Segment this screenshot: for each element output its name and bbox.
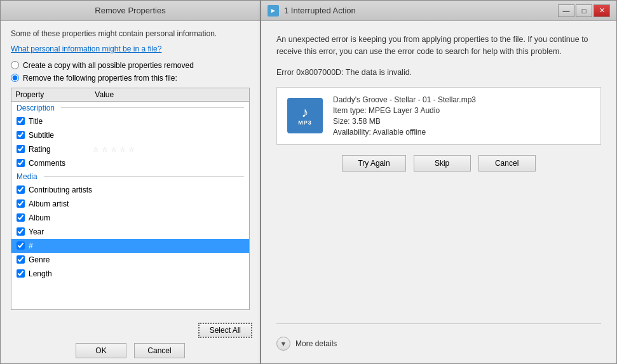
property-item-subtitle[interactable]: Subtitle — [11, 128, 249, 142]
remove-properties-body: Some of these properties might contain p… — [1, 21, 260, 318]
section-media: Media — [11, 170, 249, 183]
column-property: Property — [15, 90, 44, 99]
checkbox-subtitle[interactable] — [17, 131, 25, 139]
close-button[interactable]: ✕ — [593, 4, 610, 17]
label-album-artist: Album artist — [29, 199, 69, 208]
radio-remove-option[interactable]: Remove the following properties from thi… — [11, 74, 250, 83]
checkbox-album-artist[interactable] — [17, 199, 25, 208]
star-2: ☆ — [102, 145, 109, 153]
label-comments: Comments — [29, 159, 65, 168]
checkbox-number[interactable] — [17, 241, 25, 250]
more-details-label: More details — [295, 339, 337, 348]
property-item-album[interactable]: Album — [11, 211, 249, 225]
interrupted-title-bar: ► 1 Interrupted Action — □ ✕ — [261, 1, 616, 21]
title-left: ► 1 Interrupted Action — [268, 5, 356, 17]
remove-properties-title-bar: Remove Properties — [1, 1, 260, 21]
rating-stars: ☆ ☆ ☆ ☆ ☆ — [93, 145, 136, 153]
label-album: Album — [29, 213, 50, 222]
interrupted-action-buttons: Try Again Skip Cancel — [276, 155, 601, 172]
info-text: Some of these properties might contain p… — [11, 29, 250, 39]
skip-button[interactable]: Skip — [414, 155, 471, 172]
property-item-number[interactable]: # — [11, 239, 249, 253]
label-genre: Genre — [29, 255, 50, 264]
error-code: Error 0x8007000D: The data is invalid. — [276, 68, 601, 77]
item-type: Item type: MPEG Layer 3 Audio — [333, 106, 476, 115]
minimize-button[interactable]: — — [558, 4, 574, 17]
property-item-rating[interactable]: Rating ☆ ☆ ☆ ☆ ☆ — [11, 142, 249, 156]
file-details: Daddy's Groove - Stellar - 01 - Stellar.… — [333, 95, 476, 137]
property-list-scroll[interactable]: Description Title Subtitle Rating ☆ ☆ — [11, 102, 249, 309]
error-description: An unexpected error is keeping you from … — [276, 34, 601, 58]
select-all-row: Select All — [8, 323, 252, 338]
label-subtitle: Subtitle — [29, 131, 54, 140]
more-details-row: ▼ More details — [276, 334, 601, 351]
label-title: Title — [29, 117, 43, 126]
maximize-button[interactable]: □ — [576, 4, 592, 17]
property-list-container: Property Value Description Title Subtitl… — [11, 88, 250, 310]
mp3-icon: MP3 — [287, 98, 323, 133]
interrupted-body: An unexpected error is keeping you from … — [261, 21, 616, 363]
property-item-contributing-artists[interactable]: Contributing artists — [11, 183, 249, 197]
ok-button[interactable]: OK — [76, 343, 126, 358]
checkbox-year[interactable] — [17, 227, 25, 236]
section-description: Description — [11, 102, 249, 114]
star-1: ☆ — [93, 145, 100, 153]
select-all-button[interactable]: Select All — [198, 323, 252, 338]
star-5: ☆ — [128, 145, 136, 153]
radio-remove-input[interactable] — [11, 74, 19, 82]
property-item-length[interactable]: Length — [11, 267, 249, 281]
section-media-label: Media — [17, 172, 37, 181]
property-item-title[interactable]: Title — [11, 114, 249, 128]
radio-copy-label: Create a copy with all possible properti… — [23, 61, 194, 70]
column-value: Value — [95, 90, 114, 99]
title-controls: — □ ✕ — [558, 4, 610, 17]
label-year: Year — [29, 227, 44, 236]
property-item-comments[interactable]: Comments — [11, 156, 249, 170]
radio-group: Create a copy with all possible properti… — [11, 61, 250, 83]
interrupted-icon: ► — [268, 5, 279, 17]
checkbox-album[interactable] — [17, 213, 25, 222]
checkbox-length[interactable] — [17, 269, 25, 278]
checkbox-genre[interactable] — [17, 255, 25, 264]
checkbox-rating[interactable] — [17, 145, 25, 153]
file-size: Size: 3.58 MB — [333, 117, 476, 126]
remove-properties-title: Remove Properties — [95, 6, 165, 15]
personal-info-link[interactable]: What personal information might be in a … — [11, 44, 250, 53]
action-row: OK Cancel — [8, 343, 252, 358]
label-rating: Rating — [29, 145, 51, 154]
more-details-chevron[interactable]: ▼ — [276, 337, 290, 351]
radio-copy-option[interactable]: Create a copy with all possible properti… — [11, 61, 250, 70]
label-contributing-artists: Contributing artists — [29, 185, 92, 194]
star-4: ☆ — [119, 145, 127, 153]
radio-copy-input[interactable] — [11, 61, 19, 69]
section-description-label: Description — [17, 104, 55, 112]
property-item-genre[interactable]: Genre — [11, 253, 249, 267]
radio-remove-label: Remove the following properties from thi… — [23, 74, 177, 83]
divider — [276, 323, 601, 324]
checkbox-contributing-artists[interactable] — [17, 185, 25, 194]
try-again-button[interactable]: Try Again — [342, 155, 405, 172]
checkbox-comments[interactable] — [17, 159, 25, 167]
file-name: Daddy's Groove - Stellar - 01 - Stellar.… — [333, 95, 476, 104]
mp3-label: MP3 — [298, 119, 312, 126]
remove-properties-window: Remove Properties Some of these properti… — [0, 0, 261, 364]
file-info-box: MP3 Daddy's Groove - Stellar - 01 - Stel… — [276, 87, 601, 145]
property-item-album-artist[interactable]: Album artist — [11, 197, 249, 211]
property-list-header: Property Value — [11, 88, 249, 102]
star-3: ☆ — [111, 145, 118, 153]
label-length: Length — [29, 269, 52, 278]
property-item-year[interactable]: Year — [11, 225, 249, 239]
bottom-bar: Select All OK Cancel — [1, 318, 260, 363]
cancel-button-interrupted[interactable]: Cancel — [478, 155, 536, 172]
cancel-button-remove[interactable]: Cancel — [134, 343, 185, 358]
availability: Availability: Available offline — [333, 128, 476, 137]
label-number: # — [29, 241, 33, 250]
checkbox-title[interactable] — [17, 117, 25, 125]
interrupted-action-window: ► 1 Interrupted Action — □ ✕ An unexpect… — [261, 0, 617, 364]
interrupted-title: 1 Interrupted Action — [284, 6, 356, 15]
